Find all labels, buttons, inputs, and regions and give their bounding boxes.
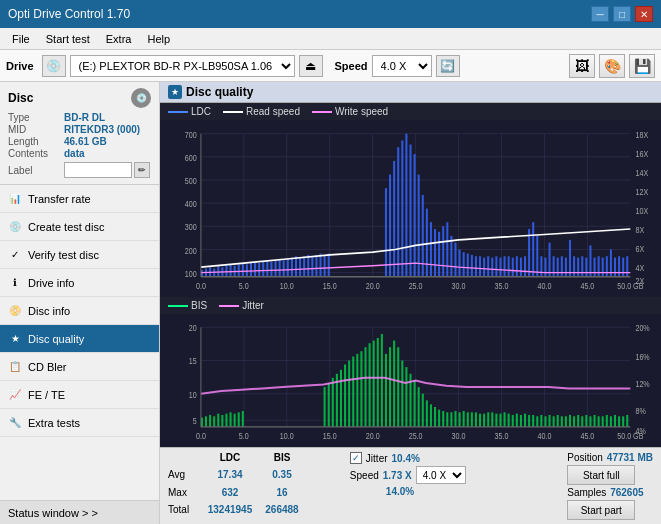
start-part-button[interactable]: Start part bbox=[567, 500, 635, 520]
svg-text:35.0: 35.0 bbox=[495, 280, 509, 291]
legend-read-speed: Read speed bbox=[223, 106, 300, 117]
top-chart: 700 600 500 400 300 200 100 18X 16X 14X … bbox=[160, 120, 661, 297]
drivebar: Drive 💿 (E:) PLEXTOR BD-R PX-LB950SA 1.0… bbox=[0, 50, 661, 82]
top-chart-svg: 700 600 500 400 300 200 100 18X 16X 14X … bbox=[160, 120, 661, 297]
svg-rect-208 bbox=[426, 400, 428, 427]
disc-quality-icon: ★ bbox=[8, 332, 22, 346]
extra-tests-icon: 🔧 bbox=[8, 416, 22, 430]
svg-rect-94 bbox=[459, 249, 461, 276]
svg-rect-182 bbox=[242, 411, 244, 427]
mid-value: RITEKDR3 (000) bbox=[64, 124, 140, 135]
svg-rect-190 bbox=[352, 357, 354, 427]
speed-stat-val: 1.73 X bbox=[383, 470, 412, 481]
svg-rect-111 bbox=[499, 258, 501, 277]
svg-text:10: 10 bbox=[189, 389, 197, 400]
svg-rect-237 bbox=[544, 416, 546, 427]
svg-rect-70 bbox=[307, 255, 309, 277]
app-title: Opti Drive Control 1.70 bbox=[8, 7, 130, 21]
legend-jitter: Jitter bbox=[219, 300, 264, 311]
toolbar-btn-1[interactable]: 🖼 bbox=[569, 54, 595, 78]
svg-rect-61 bbox=[270, 262, 272, 277]
svg-rect-90 bbox=[442, 226, 444, 276]
status-window-button[interactable]: Status window > > bbox=[0, 500, 159, 524]
jitter-checkbox[interactable]: ✓ bbox=[350, 452, 362, 464]
avg-bis: 0.35 bbox=[260, 469, 304, 485]
nav-disc-quality[interactable]: ★ Disc quality bbox=[0, 325, 159, 353]
menu-help[interactable]: Help bbox=[139, 31, 178, 47]
svg-rect-66 bbox=[291, 258, 293, 277]
svg-rect-250 bbox=[598, 416, 600, 427]
svg-rect-115 bbox=[516, 256, 518, 276]
refresh-button[interactable]: 🔄 bbox=[436, 55, 460, 77]
ldc-header: LDC bbox=[204, 452, 256, 468]
nav-items: 📊 Transfer rate 💿 Create test disc ✓ Ver… bbox=[0, 185, 159, 500]
maximize-button[interactable]: □ bbox=[613, 6, 631, 22]
svg-text:12X: 12X bbox=[635, 186, 648, 197]
svg-rect-181 bbox=[238, 412, 240, 427]
svg-rect-48 bbox=[217, 266, 219, 277]
svg-text:100: 100 bbox=[185, 268, 197, 279]
legend-bis: BIS bbox=[168, 300, 207, 311]
svg-text:16%: 16% bbox=[635, 352, 650, 363]
close-button[interactable]: ✕ bbox=[635, 6, 653, 22]
svg-rect-205 bbox=[414, 381, 416, 428]
toolbar-btn-3[interactable]: 💾 bbox=[629, 54, 655, 78]
menu-start-test[interactable]: Start test bbox=[38, 31, 98, 47]
menu-file[interactable]: File bbox=[4, 31, 38, 47]
toolbar-btn-2[interactable]: 🎨 bbox=[599, 54, 625, 78]
speed-label: Speed bbox=[335, 60, 368, 72]
svg-rect-124 bbox=[573, 256, 575, 276]
svg-rect-233 bbox=[528, 415, 530, 427]
svg-text:45.0: 45.0 bbox=[580, 430, 594, 441]
start-full-button[interactable]: Start full bbox=[567, 465, 635, 485]
max-label: Max bbox=[168, 487, 200, 503]
nav-extra-tests[interactable]: 🔧 Extra tests bbox=[0, 409, 159, 437]
nav-fe-te[interactable]: 📈 FE / TE bbox=[0, 381, 159, 409]
svg-rect-82 bbox=[409, 145, 411, 277]
nav-transfer-rate[interactable]: 📊 Transfer rate bbox=[0, 185, 159, 213]
svg-rect-227 bbox=[504, 412, 506, 427]
stats-bar: LDC BIS Avg 17.34 0.35 Max 632 16 Total … bbox=[160, 447, 661, 524]
svg-rect-81 bbox=[405, 134, 407, 277]
speed-stat-select[interactable]: 4.0 X bbox=[416, 466, 466, 484]
nav-create-test-disc[interactable]: 💿 Create test disc bbox=[0, 213, 159, 241]
svg-rect-220 bbox=[475, 412, 477, 427]
nav-disc-info-label: Disc info bbox=[28, 305, 70, 317]
svg-text:200: 200 bbox=[185, 244, 197, 255]
nav-drive-info-label: Drive info bbox=[28, 277, 74, 289]
nav-verify-test-disc-label: Verify test disc bbox=[28, 249, 99, 261]
menu-extra[interactable]: Extra bbox=[98, 31, 140, 47]
svg-rect-134 bbox=[622, 258, 624, 277]
label-input[interactable] bbox=[64, 162, 132, 178]
svg-text:0.0: 0.0 bbox=[196, 280, 206, 291]
svg-rect-76 bbox=[385, 188, 387, 277]
svg-rect-72 bbox=[315, 255, 317, 277]
svg-rect-83 bbox=[414, 154, 416, 277]
svg-rect-246 bbox=[581, 416, 583, 427]
nav-verify-test-disc[interactable]: ✓ Verify test disc bbox=[0, 241, 159, 269]
svg-rect-247 bbox=[585, 415, 587, 427]
svg-rect-245 bbox=[577, 415, 579, 427]
speed-select[interactable]: 4.0 X bbox=[372, 55, 432, 77]
svg-rect-218 bbox=[467, 412, 469, 427]
jitter-color bbox=[219, 305, 239, 307]
svg-text:15: 15 bbox=[189, 356, 197, 367]
svg-rect-109 bbox=[491, 258, 493, 277]
svg-rect-177 bbox=[221, 415, 223, 427]
svg-rect-102 bbox=[549, 243, 551, 277]
nav-drive-info[interactable]: ℹ Drive info bbox=[0, 269, 159, 297]
svg-text:5.0: 5.0 bbox=[239, 430, 249, 441]
svg-rect-173 bbox=[205, 416, 207, 427]
label-edit-button[interactable]: ✏ bbox=[134, 162, 150, 178]
eject-button[interactable]: ⏏ bbox=[299, 55, 323, 77]
contents-value: data bbox=[64, 148, 85, 159]
nav-cd-bier[interactable]: 📋 CD Bler bbox=[0, 353, 159, 381]
menubar: File Start test Extra Help bbox=[0, 28, 661, 50]
svg-rect-207 bbox=[422, 394, 424, 427]
svg-text:8X: 8X bbox=[635, 224, 644, 235]
svg-rect-60 bbox=[266, 260, 268, 276]
drive-select[interactable]: (E:) PLEXTOR BD-R PX-LB950SA 1.06 bbox=[70, 55, 295, 77]
svg-rect-131 bbox=[606, 256, 608, 276]
nav-disc-info[interactable]: 📀 Disc info bbox=[0, 297, 159, 325]
minimize-button[interactable]: ─ bbox=[591, 6, 609, 22]
